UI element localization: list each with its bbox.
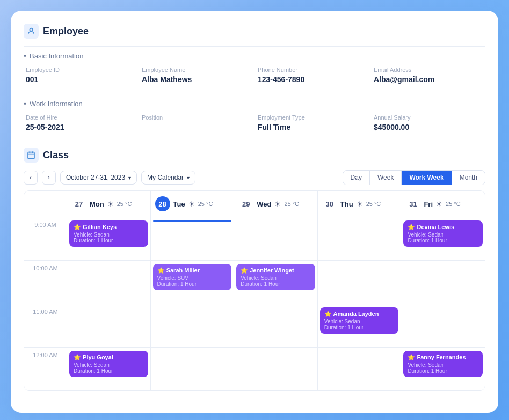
cal-cell-row3-day0: ⭐ Piyu GoyalVehicle: SedanDuration: 1 Ho…: [67, 348, 151, 390]
employee-name-label: Employee Name: [142, 67, 253, 73]
event-name: ⭐ Devina Lewis: [408, 224, 478, 231]
cal-row-0: 9:00 AM⭐ Gillian KeysVehicle: SedanDurat…: [24, 217, 485, 261]
event-card[interactable]: ⭐ Gillian KeysVehicle: SedanDuration: 1 …: [69, 220, 148, 247]
event-duration: Duration: 1 Hour: [324, 325, 395, 330]
cal-cell-row2-day3: ⭐ Amanda LaydenVehicle: SedanDuration: 1…: [318, 304, 402, 347]
cal-cell-row3-day4: ⭐ Fanny FernandesVehicle: SedanDuration:…: [401, 348, 485, 390]
event-name: ⭐ Sarah Miller: [157, 267, 228, 274]
hire-date-value: 25-05-2021: [26, 123, 64, 131]
calendar-prev-button[interactable]: ‹: [24, 171, 38, 185]
salary-cell: Annual Salary $45000.00: [374, 114, 485, 132]
cal-header-mon: 27Mon☀25 °C: [67, 191, 151, 217]
event-name: ⭐ Gillian Keys: [74, 224, 144, 231]
day-name-fri: Fri: [424, 200, 433, 208]
class-section: Class ‹ › October 27-31, 2023 ▾ My Calen…: [24, 148, 485, 391]
tab-day[interactable]: Day: [343, 171, 370, 185]
tab-workweek[interactable]: Work Week: [402, 171, 452, 185]
day-number-30: 30: [322, 196, 337, 211]
employee-section-header: Employee: [24, 24, 485, 39]
cal-cell-row1-day2: ⭐ Jennifer WingetVehicle: SedanDuration:…: [234, 261, 318, 304]
phone-cell: Phone Number 123-456-7890: [258, 67, 369, 84]
cal-cell-row1-day0: [67, 261, 151, 304]
time-cell-0: 9:00 AM: [24, 217, 67, 260]
event-duration: Duration: 1 Hour: [408, 238, 478, 244]
employee-id-cell: Employee ID 001: [26, 67, 137, 84]
employee-name-value: Alba Mathews: [142, 75, 192, 84]
phone-label: Phone Number: [258, 67, 369, 73]
weather-sun-icon: ☀: [188, 200, 195, 208]
event-card[interactable]: ⭐ Jennifer WingetVehicle: SedanDuration:…: [236, 264, 315, 290]
event-duration: Duration: 1 Hour: [241, 281, 311, 287]
weather-sun-icon: ☀: [107, 200, 114, 208]
event-vehicle: Vehicle: Sedan: [74, 232, 144, 238]
calendar-next-button[interactable]: ›: [42, 171, 56, 185]
svg-point-0: [30, 28, 32, 31]
cal-header-thu: 30Thu☀25 °C: [318, 191, 402, 217]
current-time-indicator: [153, 220, 232, 222]
employment-type-value: Full Time: [258, 123, 290, 131]
event-name: ⭐ Amanda Layden: [324, 311, 395, 318]
calendar-toolbar: ‹ › October 27-31, 2023 ▾ My Calendar ▾ …: [24, 170, 485, 185]
tab-month[interactable]: Month: [452, 171, 485, 185]
event-card[interactable]: ⭐ Sarah MillerVehicle: SUVDuration: 1 Ho…: [153, 264, 232, 290]
salary-label: Annual Salary: [374, 114, 485, 121]
temp-fri: 25 °C: [446, 201, 461, 207]
event-vehicle: Vehicle: Sedan: [241, 275, 311, 281]
weather-sun-icon: ☀: [357, 200, 363, 208]
employee-name-cell: Employee Name Alba Mathews: [142, 67, 253, 84]
email-value: Alba@gmail.com: [374, 75, 434, 84]
hire-date-label: Date of Hire: [26, 114, 137, 121]
day-name-thu: Thu: [340, 200, 353, 208]
event-vehicle: Vehicle: SUV: [157, 275, 228, 281]
day-number-28: 28: [155, 196, 170, 211]
tab-week[interactable]: Week: [370, 171, 402, 185]
cal-cell-row3-day2: [234, 348, 318, 390]
date-range-button[interactable]: October 27-31, 2023 ▾: [60, 171, 137, 185]
cal-header-wed: 29Wed☀25 °C: [234, 191, 318, 217]
event-card[interactable]: ⭐ Amanda LaydenVehicle: SedanDuration: 1…: [320, 307, 399, 334]
employment-type-cell: Employment Type Full Time: [258, 114, 369, 132]
view-tabs: Day Week Work Week Month: [343, 170, 485, 185]
day-number-27: 27: [71, 196, 86, 211]
event-name: ⭐ Fanny Fernandes: [408, 354, 478, 361]
cal-header-tue: 28Tue☀25 °C: [151, 191, 235, 217]
cal-cell-row3-day3: [318, 348, 402, 390]
cal-cell-row1-day4: [401, 261, 485, 304]
svg-rect-1: [28, 152, 34, 159]
basic-info-chevron: ▾: [24, 53, 26, 59]
cal-cell-row0-day1: [151, 217, 235, 260]
calendar-grid: 27Mon☀25 °C28Tue☀25 °C29Wed☀25 °C30Thu☀2…: [24, 190, 485, 391]
time-cell-2: 11:00 AM: [24, 304, 67, 347]
cal-row-1: 10:00 AM⭐ Sarah MillerVehicle: SUVDurati…: [24, 261, 485, 304]
cal-header-fri: 31Fri☀25 °C: [401, 191, 485, 217]
date-range-text: October 27-31, 2023: [66, 174, 125, 181]
class-section-header: Class: [24, 148, 485, 163]
calendar-body: 9:00 AM⭐ Gillian KeysVehicle: SedanDurat…: [24, 217, 485, 390]
cal-cell-row0-day3: [318, 217, 402, 260]
event-card[interactable]: ⭐ Devina LewisVehicle: SedanDuration: 1 …: [403, 220, 483, 247]
temp-thu: 25 °C: [366, 201, 381, 207]
time-header-cell: [24, 191, 67, 217]
cal-cell-row2-day4: [401, 304, 485, 347]
cal-cell-row2-day0: [67, 304, 151, 347]
cal-cell-row2-day1: [151, 304, 235, 347]
calendar-name-button[interactable]: My Calendar ▾: [141, 171, 195, 185]
event-card[interactable]: ⭐ Piyu GoyalVehicle: SedanDuration: 1 Ho…: [69, 351, 148, 377]
time-cell-3: 12:00 AM: [24, 348, 67, 390]
work-info-toggle[interactable]: ▾ Work Information: [24, 100, 485, 108]
position-label: Position: [142, 114, 253, 121]
day-number-29: 29: [238, 196, 253, 211]
date-range-chevron: ▾: [128, 175, 131, 181]
basic-info-toggle[interactable]: ▾ Basic Information: [24, 52, 485, 60]
employee-id-value: 001: [26, 75, 38, 84]
weather-sun-icon: ☀: [436, 200, 442, 208]
day-name-tue: Tue: [173, 200, 185, 208]
basic-info-label: Basic Information: [30, 52, 83, 60]
email-label: Email Address: [374, 67, 485, 73]
time-cell-1: 10:00 AM: [24, 261, 67, 304]
class-icon: [24, 148, 39, 163]
event-name: ⭐ Piyu Goyal: [74, 354, 144, 361]
cal-row-2: 11:00 AM⭐ Amanda LaydenVehicle: SedanDur…: [24, 304, 485, 348]
temp-wed: 25 °C: [284, 201, 299, 207]
event-card[interactable]: ⭐ Fanny FernandesVehicle: SedanDuration:…: [403, 351, 483, 377]
